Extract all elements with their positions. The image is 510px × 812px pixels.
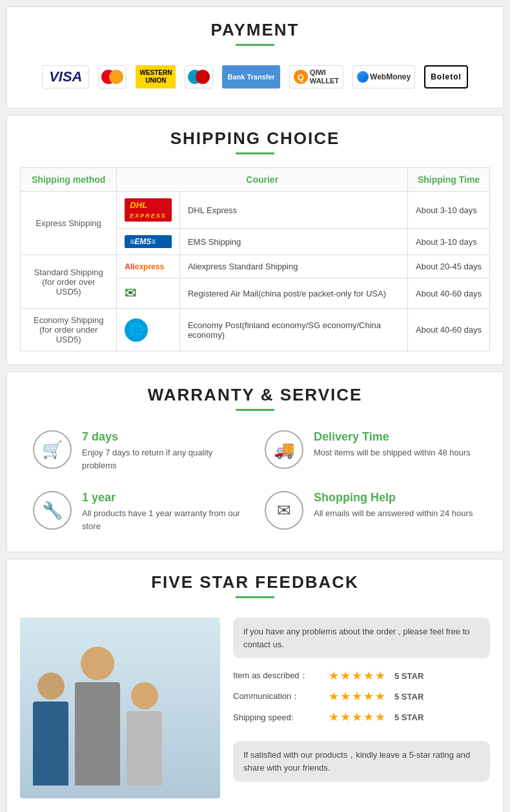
warranty-1year-desc: All products have 1 year warranty from o…	[82, 507, 245, 532]
warranty-1year-heading: 1 year	[82, 491, 245, 505]
warranty-delivery-heading: Delivery Time	[314, 430, 471, 444]
ems-logo: ≡EMS≡	[125, 235, 172, 248]
star-4: ★	[363, 689, 374, 703]
qiwi-icon: Q	[294, 70, 308, 84]
warranty-item-7days: 🛒 7 days Enjoy 7 days to return if any q…	[33, 430, 245, 472]
star-2: ★	[340, 689, 351, 703]
star-5: ★	[375, 710, 385, 724]
dhl-logo: DHLEXPRESS	[125, 198, 172, 222]
rating-label-shipping: Shipping speed:	[233, 713, 323, 722]
shipping-section: SHIPPING CHOICE Shipping method Courier …	[6, 115, 504, 365]
payment-title: PAYMENT	[20, 20, 490, 40]
warranty-delivery-text: Delivery Time Most items will be shipped…	[314, 430, 471, 459]
shipping-header-time: Shipping Time	[408, 168, 490, 192]
truck-icon: 🚚	[265, 430, 303, 469]
rating-row-communication: Communication： ★ ★ ★ ★ ★ 5 STAR	[233, 689, 490, 703]
star-2: ★	[340, 669, 351, 683]
chinapost-name: Registered Air Mail(china post/e packet-…	[179, 278, 407, 309]
ems-logo-cell: ≡EMS≡	[117, 229, 180, 255]
chinapost-time: About 40-60 days	[408, 278, 490, 309]
china-post-icon: ✉	[125, 285, 172, 302]
un-icon: 🌐	[125, 318, 148, 342]
economy-name: Economy Post(finland economy/SG economy/…	[179, 309, 407, 351]
people-silhouettes	[20, 618, 220, 798]
feedback-bubble-top: if you have any problems about the order…	[233, 618, 490, 658]
webmoney-globe-icon	[357, 71, 369, 83]
dhl-time: About 3-10 days	[408, 192, 490, 229]
feedback-content: if you have any problems about the order…	[20, 611, 490, 805]
star-3: ★	[352, 689, 362, 703]
aliexpress-logo-cell: Aliexpress	[117, 255, 180, 278]
western-union-logo: WESTERNUNION	[136, 65, 176, 88]
person-center-head	[81, 647, 114, 680]
warranty-item-help: ✉ Shopping Help All emails will be answe…	[265, 491, 477, 532]
person-left-head	[37, 672, 65, 700]
table-row: Express Shipping DHLEXPRESS DHL Express …	[21, 192, 490, 229]
warranty-item-delivery: 🚚 Delivery Time Most items will be shipp…	[265, 430, 477, 472]
payment-underline	[236, 44, 274, 46]
star-1: ★	[329, 669, 339, 683]
warranty-help-heading: Shopping Help	[314, 491, 473, 505]
star-5: ★	[375, 669, 385, 683]
warranty-grid: 🛒 7 days Enjoy 7 days to return if any q…	[20, 424, 490, 539]
rating-text-described: 5 STAR	[394, 671, 423, 681]
person-right-body	[127, 711, 162, 786]
rating-text-shipping: 5 STAR	[394, 713, 423, 722]
warranty-section: WARRANTY & SERVICE 🛒 7 days Enjoy 7 days…	[6, 371, 504, 552]
rating-row-described: Item as described： ★ ★ ★ ★ ★ 5 STAR	[233, 669, 490, 683]
feedback-bubble-bottom: If satisfied with our products，kindly le…	[233, 741, 490, 782]
stars-communication: ★ ★ ★ ★ ★	[329, 689, 385, 703]
person-left-body	[33, 702, 68, 786]
chinapost-logo-cell: ✉	[117, 278, 180, 309]
person-center-body	[75, 682, 120, 786]
stars-shipping: ★ ★ ★ ★ ★	[329, 710, 385, 724]
shipping-underline	[236, 152, 274, 154]
shipping-header-method: Shipping method	[21, 168, 117, 192]
star-1: ★	[329, 689, 339, 703]
aliexpress-time: About 20-45 days	[408, 255, 490, 278]
star-4: ★	[363, 669, 374, 683]
aliexpress-name: Aliexpress Standard Shipping	[179, 255, 407, 278]
feedback-section: FIVE STAR FEEDBACK if you hav	[6, 559, 504, 812]
warranty-7days-text: 7 days Enjoy 7 days to return if any qua…	[82, 430, 245, 472]
warranty-item-1year: 🔧 1 year All products have 1 year warran…	[33, 491, 245, 532]
shipping-title: SHIPPING CHOICE	[20, 129, 490, 149]
warranty-1year-text: 1 year All products have 1 year warranty…	[82, 491, 245, 532]
email-icon: ✉	[265, 491, 303, 530]
mc-orange-circle	[109, 70, 123, 84]
star-4: ★	[363, 710, 374, 724]
un-logo-cell: 🌐	[117, 309, 180, 351]
person-right	[127, 682, 162, 786]
economy-shipping-label: Economy Shipping(for order under USD5)	[21, 309, 117, 351]
rating-label-communication: Communication：	[233, 691, 323, 702]
dhl-name: DHL Express	[179, 192, 407, 229]
stars-described: ★ ★ ★ ★ ★	[329, 669, 385, 683]
mastercard-logo	[98, 65, 127, 88]
star-2: ★	[340, 710, 351, 724]
economy-time: About 40-60 days	[408, 309, 490, 351]
aliexpress-logo: Aliexpress	[125, 262, 172, 271]
qiwi-text: QIWIWALLET	[310, 68, 339, 85]
warranty-help-text: Shopping Help All emails will be answere…	[314, 491, 473, 520]
payment-logos-container: VISA WESTERNUNION Bank Transfer Q QIWIWA…	[20, 59, 490, 95]
feedback-right: if you have any problems about the order…	[233, 618, 490, 782]
person-center	[75, 647, 120, 786]
ratings-container: Item as described： ★ ★ ★ ★ ★ 5 STAR Comm…	[233, 669, 490, 731]
boletol-logo: Boletol	[424, 65, 468, 88]
shipping-table: Shipping method Courier Shipping Time Ex…	[20, 167, 490, 351]
feedback-image	[20, 618, 220, 798]
bank-transfer-logo: Bank Transfer	[222, 65, 280, 88]
star-3: ★	[352, 669, 362, 683]
payment-section: PAYMENT VISA WESTERNUNION Bank Transfer …	[6, 6, 504, 109]
qiwi-logo: Q QIWIWALLET	[289, 65, 343, 88]
maestro-red	[196, 70, 210, 84]
dhl-logo-cell: DHLEXPRESS	[117, 192, 180, 229]
rating-text-communication: 5 STAR	[394, 692, 423, 702]
warranty-7days-heading: 7 days	[82, 430, 245, 444]
warranty-title: WARRANTY & SERVICE	[20, 385, 490, 405]
table-row: Standard Shipping(for order over USD5) A…	[21, 255, 490, 278]
ems-time: About 3-10 days	[408, 229, 490, 255]
visa-logo: VISA	[42, 65, 89, 88]
warranty-7days-desc: Enjoy 7 days to return if any quality pr…	[82, 446, 245, 472]
star-3: ★	[352, 710, 362, 724]
